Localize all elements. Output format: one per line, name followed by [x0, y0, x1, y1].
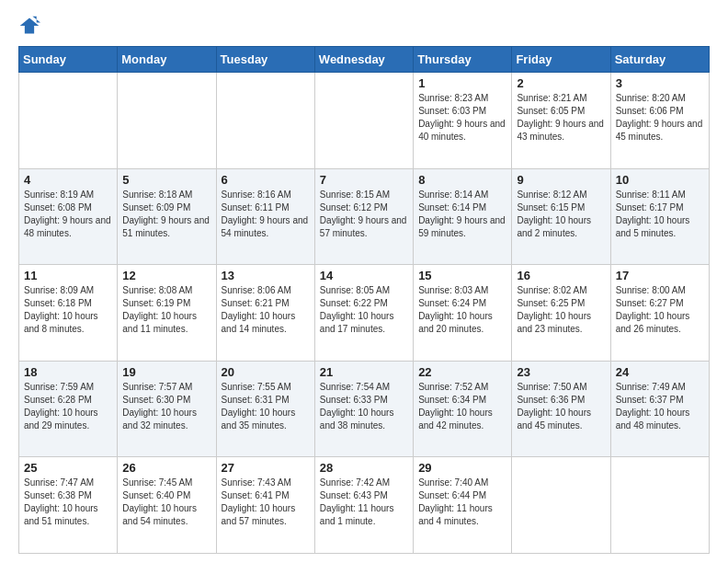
calendar-cell: 4Sunrise: 8:19 AM Sunset: 6:08 PM Daylig…	[19, 168, 118, 265]
calendar-cell	[610, 457, 709, 554]
day-info: Sunrise: 7:52 AM Sunset: 6:34 PM Dayligh…	[418, 381, 506, 432]
day-number: 11	[24, 269, 112, 282]
day-number: 13	[222, 269, 310, 282]
day-info: Sunrise: 8:11 AM Sunset: 6:17 PM Dayligh…	[616, 189, 704, 240]
header	[18, 15, 710, 37]
calendar-cell: 11Sunrise: 8:09 AM Sunset: 6:18 PM Dayli…	[19, 265, 118, 362]
day-info: Sunrise: 7:59 AM Sunset: 6:28 PM Dayligh…	[24, 381, 112, 432]
calendar-cell: 10Sunrise: 8:11 AM Sunset: 6:17 PM Dayli…	[610, 168, 709, 265]
day-info: Sunrise: 8:15 AM Sunset: 6:12 PM Dayligh…	[320, 189, 408, 240]
calendar-cell: 6Sunrise: 8:16 AM Sunset: 6:11 PM Daylig…	[216, 168, 314, 265]
calendar-week-row: 1Sunrise: 8:23 AM Sunset: 6:03 PM Daylig…	[19, 73, 710, 169]
day-number: 6	[222, 173, 310, 187]
day-info: Sunrise: 7:42 AM Sunset: 6:43 PM Dayligh…	[320, 477, 408, 528]
day-number: 15	[418, 269, 506, 282]
day-number: 2	[517, 76, 605, 90]
calendar-week-row: 25Sunrise: 7:47 AM Sunset: 6:38 PM Dayli…	[19, 457, 710, 554]
day-info: Sunrise: 8:09 AM Sunset: 6:18 PM Dayligh…	[24, 284, 112, 336]
calendar-page: SundayMondayTuesdayWednesdayThursdayFrid…	[0, 0, 728, 563]
calendar-cell: 14Sunrise: 8:05 AM Sunset: 6:22 PM Dayli…	[314, 265, 413, 362]
calendar-cell: 28Sunrise: 7:42 AM Sunset: 6:43 PM Dayli…	[314, 457, 413, 554]
calendar-cell	[216, 73, 314, 169]
weekday-header-thursday: Thursday	[414, 47, 512, 73]
day-info: Sunrise: 8:02 AM Sunset: 6:25 PM Dayligh…	[517, 284, 605, 336]
day-info: Sunrise: 8:08 AM Sunset: 6:19 PM Dayligh…	[122, 284, 210, 336]
day-info: Sunrise: 8:21 AM Sunset: 6:05 PM Dayligh…	[517, 92, 605, 144]
day-info: Sunrise: 7:50 AM Sunset: 6:36 PM Dayligh…	[517, 381, 605, 432]
day-info: Sunrise: 8:19 AM Sunset: 6:08 PM Dayligh…	[24, 189, 112, 240]
calendar-cell: 12Sunrise: 8:08 AM Sunset: 6:19 PM Dayli…	[118, 265, 216, 362]
day-number: 27	[222, 461, 310, 475]
calendar-cell	[19, 73, 118, 169]
day-number: 28	[320, 461, 408, 475]
calendar-cell: 23Sunrise: 7:50 AM Sunset: 6:36 PM Dayli…	[512, 361, 610, 457]
svg-marker-0	[20, 17, 40, 33]
day-info: Sunrise: 8:06 AM Sunset: 6:21 PM Dayligh…	[222, 284, 310, 336]
day-number: 8	[418, 173, 506, 187]
day-number: 5	[122, 173, 210, 187]
weekday-header-wednesday: Wednesday	[314, 47, 413, 73]
day-number: 9	[517, 173, 605, 187]
day-info: Sunrise: 7:40 AM Sunset: 6:44 PM Dayligh…	[418, 477, 506, 528]
day-info: Sunrise: 8:05 AM Sunset: 6:22 PM Dayligh…	[320, 284, 408, 336]
calendar-cell	[512, 457, 610, 554]
calendar-cell: 15Sunrise: 8:03 AM Sunset: 6:24 PM Dayli…	[414, 265, 512, 362]
day-info: Sunrise: 8:03 AM Sunset: 6:24 PM Dayligh…	[418, 284, 506, 336]
day-number: 26	[122, 461, 210, 475]
weekday-header-saturday: Saturday	[610, 47, 709, 73]
weekday-header-row: SundayMondayTuesdayWednesdayThursdayFrid…	[19, 47, 710, 73]
weekday-header-sunday: Sunday	[19, 47, 118, 73]
day-number: 17	[616, 269, 704, 282]
calendar-cell: 20Sunrise: 7:55 AM Sunset: 6:31 PM Dayli…	[216, 361, 314, 457]
day-number: 7	[320, 173, 408, 187]
day-info: Sunrise: 7:55 AM Sunset: 6:31 PM Dayligh…	[222, 381, 310, 432]
calendar-cell: 5Sunrise: 8:18 AM Sunset: 6:09 PM Daylig…	[118, 168, 216, 265]
weekday-header-tuesday: Tuesday	[216, 47, 314, 73]
day-number: 18	[24, 365, 112, 379]
calendar-cell: 18Sunrise: 7:59 AM Sunset: 6:28 PM Dayli…	[19, 361, 118, 457]
day-info: Sunrise: 8:14 AM Sunset: 6:14 PM Dayligh…	[418, 189, 506, 240]
calendar-cell	[118, 73, 216, 169]
calendar-week-row: 18Sunrise: 7:59 AM Sunset: 6:28 PM Dayli…	[19, 361, 710, 457]
calendar-cell: 7Sunrise: 8:15 AM Sunset: 6:12 PM Daylig…	[314, 168, 413, 265]
day-number: 10	[616, 173, 704, 187]
day-number: 25	[24, 461, 112, 475]
calendar-cell	[314, 73, 413, 169]
day-number: 12	[122, 269, 210, 282]
calendar-cell: 3Sunrise: 8:20 AM Sunset: 6:06 PM Daylig…	[610, 73, 709, 169]
calendar-cell: 29Sunrise: 7:40 AM Sunset: 6:44 PM Dayli…	[414, 457, 512, 554]
calendar-cell: 21Sunrise: 7:54 AM Sunset: 6:33 PM Dayli…	[314, 361, 413, 457]
day-info: Sunrise: 8:20 AM Sunset: 6:06 PM Dayligh…	[616, 92, 704, 144]
day-info: Sunrise: 8:00 AM Sunset: 6:27 PM Dayligh…	[616, 284, 704, 336]
day-info: Sunrise: 7:49 AM Sunset: 6:37 PM Dayligh…	[616, 381, 704, 432]
calendar-cell: 9Sunrise: 8:12 AM Sunset: 6:15 PM Daylig…	[512, 168, 610, 265]
calendar-cell: 2Sunrise: 8:21 AM Sunset: 6:05 PM Daylig…	[512, 73, 610, 169]
day-number: 21	[320, 365, 408, 379]
weekday-header-monday: Monday	[118, 47, 216, 73]
calendar-cell: 8Sunrise: 8:14 AM Sunset: 6:14 PM Daylig…	[414, 168, 512, 265]
calendar-cell: 26Sunrise: 7:45 AM Sunset: 6:40 PM Dayli…	[118, 457, 216, 554]
calendar-table: SundayMondayTuesdayWednesdayThursdayFrid…	[18, 46, 710, 554]
day-info: Sunrise: 7:43 AM Sunset: 6:41 PM Dayligh…	[222, 477, 310, 528]
day-number: 14	[320, 269, 408, 282]
day-number: 20	[222, 365, 310, 379]
calendar-cell: 17Sunrise: 8:00 AM Sunset: 6:27 PM Dayli…	[610, 265, 709, 362]
day-info: Sunrise: 7:45 AM Sunset: 6:40 PM Dayligh…	[122, 477, 210, 528]
calendar-cell: 19Sunrise: 7:57 AM Sunset: 6:30 PM Dayli…	[118, 361, 216, 457]
calendar-cell: 27Sunrise: 7:43 AM Sunset: 6:41 PM Dayli…	[216, 457, 314, 554]
calendar-cell: 1Sunrise: 8:23 AM Sunset: 6:03 PM Daylig…	[414, 73, 512, 169]
logo	[18, 15, 44, 37]
day-number: 22	[418, 365, 506, 379]
day-number: 24	[616, 365, 704, 379]
day-info: Sunrise: 8:12 AM Sunset: 6:15 PM Dayligh…	[517, 189, 605, 240]
day-info: Sunrise: 7:54 AM Sunset: 6:33 PM Dayligh…	[320, 381, 408, 432]
day-number: 4	[24, 173, 112, 187]
day-info: Sunrise: 7:47 AM Sunset: 6:38 PM Dayligh…	[24, 477, 112, 528]
day-number: 23	[517, 365, 605, 379]
day-info: Sunrise: 8:16 AM Sunset: 6:11 PM Dayligh…	[222, 189, 310, 240]
day-number: 1	[418, 76, 506, 90]
calendar-cell: 22Sunrise: 7:52 AM Sunset: 6:34 PM Dayli…	[414, 361, 512, 457]
day-number: 19	[122, 365, 210, 379]
calendar-cell: 13Sunrise: 8:06 AM Sunset: 6:21 PM Dayli…	[216, 265, 314, 362]
calendar-cell: 16Sunrise: 8:02 AM Sunset: 6:25 PM Dayli…	[512, 265, 610, 362]
